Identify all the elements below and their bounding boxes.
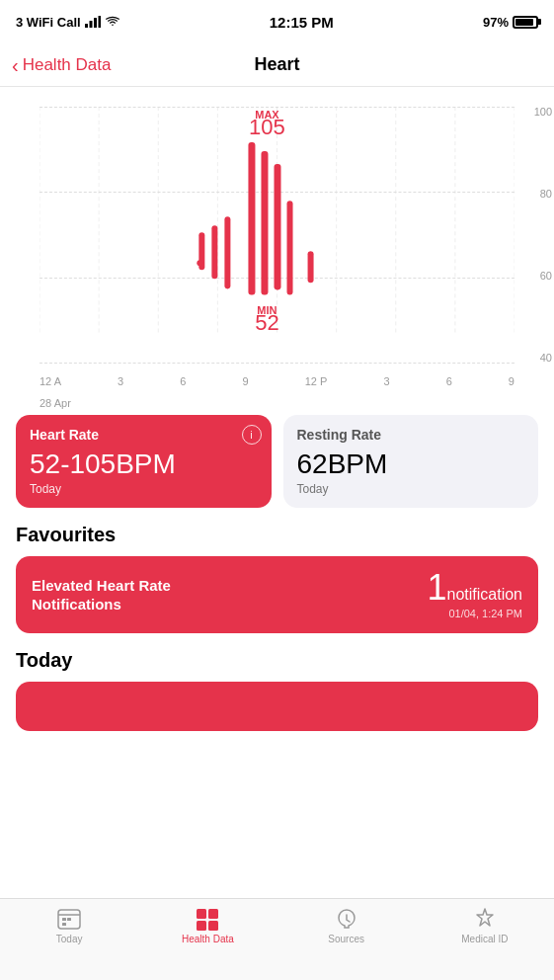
- svg-rect-23: [287, 201, 293, 294]
- x-label-6a: 6: [180, 375, 186, 387]
- resting-rate-unit: BPM: [328, 449, 388, 479]
- x-label-9p: 9: [509, 375, 514, 387]
- medical-id-tab-icon: [472, 907, 498, 931]
- svg-rect-18: [211, 225, 217, 279]
- sources-tab-icon: [334, 907, 359, 931]
- battery-icon: [513, 16, 538, 29]
- health-data-tab-icon: [195, 907, 220, 931]
- fav-right: 1notification 01/04, 1:24 PM: [427, 570, 522, 619]
- heart-rate-card-title: Heart Rate: [30, 427, 258, 443]
- svg-rect-24: [308, 251, 314, 283]
- y-axis: 100 80 60 40: [534, 107, 552, 364]
- svg-rect-33: [197, 921, 206, 931]
- heart-rate-info-button[interactable]: i: [242, 425, 262, 445]
- date-label: 28 Apr: [40, 397, 71, 409]
- x-label-6p: 6: [446, 375, 452, 387]
- resting-rate-card[interactable]: Resting Rate 62BPM Today: [283, 415, 539, 508]
- x-label-3p: 3: [383, 375, 389, 387]
- nav-header: ‹ Health Data Heart: [0, 43, 554, 87]
- signal-icon: [85, 16, 101, 28]
- favourites-section: Favourites Elevated Heart Rate Notificat…: [0, 520, 554, 641]
- tab-bar: Today Health Data Sources Medical ID: [0, 898, 554, 980]
- svg-rect-1: [89, 21, 92, 28]
- resting-rate-value: 62: [297, 449, 328, 479]
- today-title: Today: [16, 649, 538, 672]
- chart-area: 100 80 60 40 MAX 105 MIN 52: [0, 87, 554, 403]
- y-label-40: 40: [540, 353, 552, 364]
- x-label-12a: 12 A: [40, 375, 61, 387]
- heart-rate-unit: BPM: [116, 449, 176, 479]
- today-card[interactable]: [16, 682, 538, 731]
- heart-rate-sub: Today: [30, 482, 258, 496]
- tab-today-label: Today: [56, 934, 83, 944]
- back-chevron-icon: ‹: [12, 55, 19, 75]
- y-label-100: 100: [534, 107, 552, 118]
- tab-health-data-label: Health Data: [182, 934, 234, 944]
- svg-rect-22: [274, 164, 280, 289]
- heart-rate-value: 52-105: [30, 449, 116, 479]
- x-label-12p: 12 P: [305, 375, 328, 387]
- resting-rate-value-row: 62BPM: [297, 450, 525, 478]
- info-icon: i: [250, 429, 252, 441]
- status-left: 3 WiFi Call: [16, 15, 120, 30]
- tab-sources-label: Sources: [328, 934, 364, 944]
- y-label-60: 60: [540, 271, 552, 282]
- svg-rect-0: [85, 24, 88, 28]
- back-button[interactable]: ‹ Health Data: [12, 55, 111, 75]
- status-time: 12:15 PM: [270, 14, 334, 31]
- x-axis: 12 A 3 6 9 12 P 3 6 9: [40, 375, 514, 387]
- svg-rect-30: [62, 923, 66, 926]
- svg-text:105: 105: [249, 115, 285, 139]
- tab-sources[interactable]: Sources: [277, 907, 416, 944]
- today-section: Today: [0, 641, 554, 731]
- tab-medical-id[interactable]: Medical ID: [416, 907, 554, 944]
- back-label: Health Data: [23, 55, 112, 75]
- page-title: Heart: [254, 54, 299, 75]
- chart-inner: 100 80 60 40 MAX 105 MIN 52: [40, 97, 514, 393]
- x-label-3a: 3: [118, 375, 123, 387]
- wifi-icon: [105, 16, 120, 28]
- favourites-title: Favourites: [16, 524, 538, 546]
- fav-count-row: 1notification: [427, 570, 522, 606]
- tab-today[interactable]: Today: [0, 907, 138, 944]
- svg-rect-28: [62, 918, 66, 921]
- svg-rect-20: [248, 142, 255, 294]
- heart-rate-chart: MAX 105 MIN 52: [40, 107, 514, 365]
- cards-section: Heart Rate i 52-105BPM Today Resting Rat…: [0, 403, 554, 520]
- svg-rect-31: [197, 909, 206, 919]
- svg-rect-29: [67, 918, 71, 921]
- status-right: 97%: [483, 15, 538, 30]
- svg-rect-21: [261, 151, 268, 294]
- fav-label: Elevated Heart Rate Notifications: [32, 576, 209, 614]
- fav-count-label: notification: [447, 586, 523, 603]
- heart-rate-card[interactable]: Heart Rate i 52-105BPM Today: [16, 415, 272, 508]
- svg-rect-2: [94, 18, 97, 28]
- battery-percent: 97%: [483, 15, 509, 30]
- status-bar: 3 WiFi Call 12:15 PM 97%: [0, 0, 554, 43]
- carrier-label: 3 WiFi Call: [16, 15, 81, 30]
- svg-rect-32: [208, 909, 218, 919]
- tab-medical-id-label: Medical ID: [461, 934, 508, 944]
- resting-rate-sub: Today: [297, 482, 525, 496]
- tab-health-data[interactable]: Health Data: [138, 907, 277, 944]
- svg-point-25: [197, 260, 202, 266]
- fav-count: 1: [427, 567, 446, 608]
- svg-text:52: 52: [255, 310, 279, 335]
- x-label-9a: 9: [243, 375, 249, 387]
- today-tab-icon: [56, 907, 82, 931]
- svg-rect-34: [208, 921, 218, 931]
- elevated-heart-rate-card[interactable]: Elevated Heart Rate Notifications 1notif…: [16, 556, 538, 633]
- y-label-80: 80: [540, 189, 552, 200]
- heart-rate-value-row: 52-105BPM: [30, 450, 258, 478]
- resting-rate-card-title: Resting Rate: [297, 427, 525, 443]
- svg-rect-3: [98, 16, 101, 28]
- svg-rect-19: [224, 216, 230, 288]
- fav-time: 01/04, 1:24 PM: [427, 608, 522, 619]
